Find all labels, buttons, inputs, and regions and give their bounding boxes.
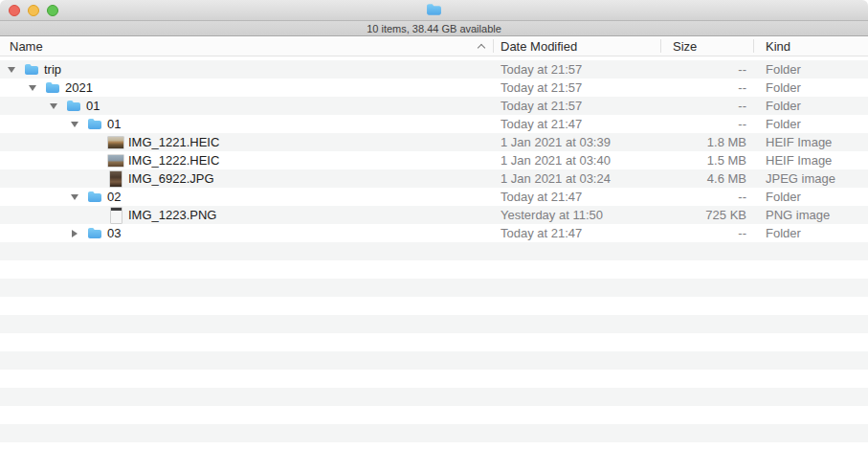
name-cell: IMG_1221.HEIC [0, 133, 493, 151]
tree-indent [5, 196, 68, 197]
size-cell: 725 KB [660, 206, 753, 224]
size-cell: 4.6 MB [660, 169, 753, 188]
size-cell: -- [660, 79, 753, 97]
kind-cell: HEIF Image [753, 151, 868, 169]
size-cell: -- [660, 97, 753, 115]
photo-thumbnail-icon [110, 171, 122, 187]
window-proxy-folder-icon [0, 3, 868, 16]
date-modified-cell: Today at 21:57 [493, 79, 660, 97]
file-row[interactable]: trip Today at 21:57 -- Folder [0, 60, 868, 79]
date-modified-cell: Today at 21:47 [493, 188, 660, 206]
folder-icon [87, 191, 102, 203]
icon-box [108, 137, 123, 148]
kind-cell: JPEG image [753, 169, 868, 188]
file-name: IMG_1223.PNG [128, 208, 217, 222]
kind-cell: Folder [753, 97, 868, 115]
kind-cell: Folder [753, 188, 868, 206]
folder-icon [87, 118, 102, 130]
date-modified-cell: Today at 21:47 [493, 115, 660, 133]
file-row[interactable]: 03 Today at 21:47 -- Folder [0, 224, 868, 242]
file-name: 02 [107, 190, 121, 204]
status-text: 10 items, 38.44 GB available [367, 23, 501, 34]
file-row[interactable]: IMG_6922.JPG 1 Jan 2021 at 03:24 4.6 MB … [0, 169, 868, 188]
icon-box [45, 81, 60, 94]
folder-icon [66, 100, 81, 112]
size-cell: -- [660, 60, 753, 79]
name-cell: 01 [0, 115, 493, 133]
size-cell: -- [660, 115, 753, 133]
column-header-name[interactable]: Name [0, 36, 493, 56]
icon-box [87, 118, 102, 130]
name-cell: 03 [0, 224, 493, 242]
name-cell: trip [0, 60, 493, 79]
size-cell: 1.5 MB [660, 151, 753, 169]
file-name: IMG_6922.JPG [128, 171, 214, 186]
tree-indent [5, 142, 89, 143]
icon-box [108, 171, 123, 187]
file-name: 01 [86, 99, 100, 113]
disclosure-triangle-expanded-icon[interactable] [29, 85, 36, 91]
date-modified-cell: Today at 21:47 [493, 224, 660, 242]
icon-box [108, 208, 123, 223]
disclosure-triangle-expanded-icon[interactable] [8, 67, 15, 73]
tree-indent [5, 105, 47, 106]
column-header-date-modified[interactable]: Date Modified [493, 36, 660, 56]
tree-indent [5, 178, 89, 179]
column-header-size[interactable]: Size [660, 36, 753, 56]
empty-rows-area [0, 242, 868, 447]
file-row[interactable]: 02 Today at 21:47 -- Folder [0, 188, 868, 206]
screenshot-thumbnail-icon [111, 208, 122, 223]
sort-ascending-icon [478, 44, 485, 52]
kind-cell: PNG image [753, 206, 868, 224]
date-modified-cell: 1 Jan 2021 at 03:24 [493, 169, 660, 188]
date-modified-cell: Yesterday at 11:50 [493, 206, 660, 224]
icon-box [87, 191, 102, 203]
name-cell: 01 [0, 97, 493, 115]
file-row[interactable]: IMG_1223.PNG Yesterday at 11:50 725 KB P… [0, 206, 868, 224]
name-cell: IMG_1223.PNG [0, 206, 493, 224]
name-cell: 02 [0, 188, 493, 206]
name-cell: IMG_6922.JPG [0, 169, 493, 188]
name-cell: 2021 [0, 79, 493, 97]
disclosure-triangle-expanded-icon[interactable] [71, 122, 78, 127]
column-label: Date Modified [501, 39, 577, 54]
file-row[interactable]: 01 Today at 21:57 -- Folder [0, 97, 868, 115]
disclosure-slot [68, 122, 81, 127]
icon-box [87, 227, 102, 239]
folder-icon [24, 63, 39, 76]
tree-indent [5, 233, 68, 234]
disclosure-slot [47, 103, 60, 109]
icon-box [24, 63, 39, 76]
tree-indent [5, 124, 68, 124]
folder-icon [87, 227, 102, 239]
date-modified-cell: Today at 21:57 [493, 60, 660, 79]
size-cell: 1.8 MB [660, 133, 753, 151]
finder-window: 10 items, 38.44 GB available Name Date M… [0, 0, 868, 450]
disclosure-slot [26, 85, 39, 91]
file-row[interactable]: IMG_1221.HEIC 1 Jan 2021 at 03:39 1.8 MB… [0, 133, 868, 151]
disclosure-triangle-expanded-icon[interactable] [50, 103, 57, 109]
tree-indent [5, 87, 26, 88]
disclosure-triangle-collapsed-icon[interactable] [72, 230, 78, 237]
kind-cell: Folder [753, 60, 868, 79]
column-label: Kind [766, 39, 790, 54]
title-bar[interactable] [0, 0, 868, 21]
status-bar: 10 items, 38.44 GB available [0, 21, 868, 36]
kind-cell: Folder [753, 115, 868, 133]
kind-cell: HEIF Image [753, 133, 868, 151]
kind-cell: Folder [753, 79, 868, 97]
name-cell: IMG_1222.HEIC [0, 151, 493, 169]
file-row[interactable]: 2021 Today at 21:57 -- Folder [0, 79, 868, 97]
file-row[interactable]: 01 Today at 21:47 -- Folder [0, 115, 868, 133]
column-header-kind[interactable]: Kind [753, 36, 868, 56]
column-label: Size [673, 39, 697, 54]
photo-thumbnail-icon [108, 155, 123, 167]
date-modified-cell: 1 Jan 2021 at 03:39 [493, 133, 660, 151]
disclosure-triangle-expanded-icon[interactable] [71, 194, 78, 200]
disclosure-slot [5, 67, 18, 73]
file-name: IMG_1221.HEIC [128, 135, 219, 149]
file-row[interactable]: IMG_1222.HEIC 1 Jan 2021 at 03:40 1.5 MB… [0, 151, 868, 169]
file-name: IMG_1222.HEIC [128, 153, 219, 168]
file-name: 03 [107, 226, 121, 240]
file-list: trip Today at 21:57 -- Folder 2021 Today… [0, 56, 868, 447]
